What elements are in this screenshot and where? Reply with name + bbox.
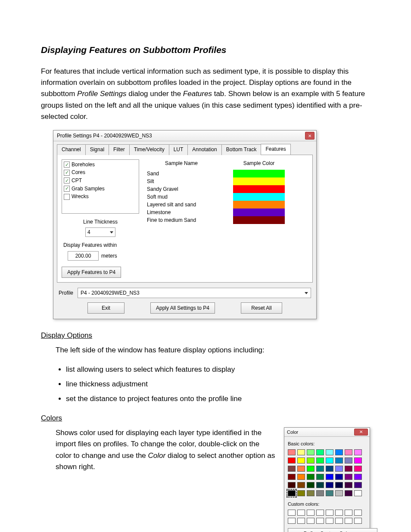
color-swatch[interactable] (288, 490, 296, 496)
color-swatch[interactable] (335, 449, 343, 455)
color-swatch[interactable] (354, 466, 362, 472)
tab-annotation[interactable]: Annotation (187, 144, 221, 155)
color-swatch[interactable] (335, 490, 343, 496)
color-swatch[interactable] (326, 474, 333, 480)
custom-color-swatch[interactable] (354, 518, 362, 524)
close-icon[interactable]: ✕ (354, 429, 368, 436)
custom-color-swatch[interactable] (297, 510, 305, 516)
color-swatch[interactable] (345, 490, 352, 496)
color-swatch[interactable] (316, 482, 324, 488)
exit-button[interactable]: Exit (87, 302, 125, 314)
custom-color-swatch[interactable] (288, 510, 296, 516)
feature-group-item[interactable]: Boreholes (63, 161, 138, 169)
color-swatch[interactable] (335, 457, 343, 464)
color-swatch[interactable] (316, 466, 324, 472)
checkbox-icon[interactable] (64, 194, 70, 200)
custom-color-swatch[interactable] (345, 510, 352, 516)
tab-lut[interactable]: LUT (169, 144, 188, 155)
color-swatch[interactable] (297, 457, 305, 464)
color-swatch[interactable] (297, 474, 305, 480)
dialog-titlebar[interactable]: Profile Settings P4 - 20040929WED_NS3 ✕ (53, 131, 316, 141)
color-swatch[interactable] (316, 474, 324, 480)
custom-color-swatch[interactable] (345, 518, 352, 524)
sample-color-swatch[interactable] (233, 216, 285, 224)
custom-color-swatch[interactable] (288, 518, 296, 524)
color-swatch[interactable] (307, 474, 314, 480)
define-custom-colors-button[interactable]: Define Custom Colors >> (288, 528, 377, 532)
color-swatch[interactable] (354, 457, 362, 464)
feature-group-item[interactable]: Wrecks (63, 193, 138, 201)
color-swatch[interactable] (345, 457, 352, 464)
custom-color-swatch[interactable] (326, 518, 333, 524)
tab-signal[interactable]: Signal (85, 144, 109, 155)
reset-all-button[interactable]: Reset All (241, 302, 282, 314)
color-swatch[interactable] (335, 474, 343, 480)
color-swatch[interactable] (335, 466, 343, 472)
checkbox-icon[interactable] (64, 162, 70, 168)
tab-channel[interactable]: Channel (57, 144, 86, 155)
custom-color-swatch[interactable] (297, 518, 305, 524)
color-swatch[interactable] (297, 449, 305, 455)
color-swatch[interactable] (316, 449, 324, 455)
color-swatch[interactable] (354, 482, 362, 488)
line-thickness-select[interactable]: 4 (85, 227, 115, 237)
color-swatch[interactable] (345, 474, 352, 480)
color-swatch[interactable] (288, 449, 296, 455)
feature-group-item[interactable]: Cores (63, 168, 138, 177)
sample-color-swatch[interactable] (233, 177, 285, 185)
color-swatch[interactable] (288, 466, 296, 472)
color-swatch[interactable] (354, 490, 362, 496)
tab-time-velocity[interactable]: Time/Velocity (129, 144, 169, 155)
color-swatch[interactable] (297, 490, 305, 496)
feature-groups-list[interactable]: BoreholesCoresCPTGrab SamplesWrecks (62, 159, 139, 214)
profile-select[interactable]: P4 - 20040929WED_NS3 (78, 288, 311, 298)
color-swatch[interactable] (307, 457, 314, 464)
custom-color-swatch[interactable] (354, 510, 362, 516)
color-swatch[interactable] (297, 482, 305, 488)
custom-color-swatch[interactable] (326, 510, 333, 516)
color-swatch[interactable] (316, 457, 324, 464)
display-within-input[interactable]: 200.00 (68, 251, 99, 261)
custom-color-swatch[interactable] (307, 510, 314, 516)
sample-color-swatch[interactable] (233, 201, 285, 208)
feature-group-item[interactable]: Grab Samples (63, 185, 138, 193)
color-dialog-titlebar[interactable]: Color ✕ (284, 428, 370, 437)
sample-color-swatch[interactable] (233, 170, 285, 177)
close-icon[interactable]: ✕ (305, 132, 314, 140)
checkbox-icon[interactable] (64, 186, 70, 192)
color-swatch[interactable] (307, 466, 314, 472)
color-swatch[interactable] (288, 474, 296, 480)
checkbox-icon[interactable] (64, 170, 70, 176)
color-swatch[interactable] (297, 466, 305, 472)
color-swatch[interactable] (307, 490, 314, 496)
color-swatch[interactable] (326, 490, 333, 496)
color-swatch[interactable] (335, 482, 343, 488)
color-swatch[interactable] (345, 482, 352, 488)
color-swatch[interactable] (288, 482, 296, 488)
custom-color-swatch[interactable] (307, 518, 314, 524)
tab-filter[interactable]: Filter (109, 144, 130, 155)
sample-color-swatch[interactable] (233, 193, 285, 201)
color-swatch[interactable] (326, 457, 333, 464)
color-swatch[interactable] (345, 466, 352, 472)
tab-features[interactable]: Features (261, 144, 290, 155)
custom-color-swatch[interactable] (335, 510, 343, 516)
color-swatch[interactable] (354, 449, 362, 455)
color-swatch[interactable] (288, 457, 296, 464)
color-swatch[interactable] (326, 449, 333, 455)
feature-group-item[interactable]: CPT (63, 177, 138, 185)
apply-all-button[interactable]: Apply All Settings to P4 (150, 302, 215, 314)
tab-bottom-track[interactable]: Bottom Track (221, 144, 262, 155)
color-swatch[interactable] (326, 482, 333, 488)
apply-features-button[interactable]: Apply Features to P4 (62, 267, 121, 278)
color-swatch[interactable] (326, 466, 333, 472)
sample-color-swatch[interactable] (233, 208, 285, 216)
color-swatch[interactable] (316, 490, 324, 496)
color-swatch[interactable] (354, 474, 362, 480)
custom-color-swatch[interactable] (316, 518, 324, 524)
custom-color-swatch[interactable] (316, 510, 324, 516)
color-swatch[interactable] (345, 449, 352, 455)
color-swatch[interactable] (307, 482, 314, 488)
sample-color-swatch[interactable] (233, 185, 285, 193)
checkbox-icon[interactable] (64, 177, 70, 184)
